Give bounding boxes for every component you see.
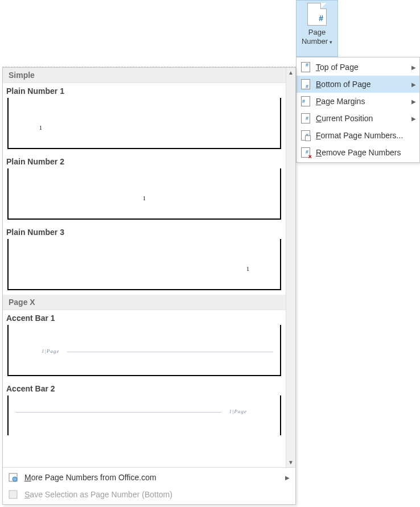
menu-item-remove-page-numbers[interactable]: # Remove Page Numbers [297, 144, 419, 161]
save-selection-icon [7, 489, 19, 500]
save-selection-item: Save Selection as Page Number (Bottom) [3, 486, 295, 503]
gallery-item-title: Accent Bar 2 [3, 381, 286, 395]
gallery-category-header: Simple [3, 68, 286, 83]
chevron-right-icon: ▶ [411, 98, 416, 105]
remove-page-numbers-icon: # [300, 147, 311, 158]
page-number-label-line1: Page [308, 28, 326, 37]
page-margins-icon: # [300, 96, 311, 107]
chevron-down-icon: ▾ [330, 39, 332, 45]
office-icon [7, 472, 19, 483]
gallery-category-header: Page X [3, 295, 286, 310]
page-top-icon: # [300, 61, 311, 73]
hash-icon: # [319, 14, 323, 23]
gallery-item-title: Plain Number 1 [3, 83, 286, 98]
page-number-label-line2: Number▾ [302, 37, 332, 47]
gallery-item-title: Accent Bar 1 [3, 310, 286, 325]
accent-bar [67, 352, 273, 352]
scroll-up-button[interactable]: ▲ [286, 68, 295, 77]
menu-item-label: Format Page Numbers... [316, 131, 416, 140]
chevron-right-icon: ▶ [285, 475, 290, 481]
gallery-item-preview-plain-2[interactable]: 1 [7, 168, 281, 220]
chevron-right-icon: ▶ [411, 81, 416, 88]
page-bottom-icon: # [300, 79, 311, 90]
save-selection-label: Save Selection as Page Number (Bottom) [24, 490, 172, 499]
menu-item-label: Remove Page Numbers [316, 148, 416, 157]
menu-item-format-page-numbers[interactable]: # Format Page Numbers... [297, 127, 419, 144]
page-number-sample: 1 [246, 266, 249, 272]
menu-item-label: Bottom of Page [316, 80, 409, 89]
gallery-footer: More Page Numbers from Office.com ▶ Save… [3, 467, 295, 504]
gallery-item-preview-plain-3[interactable]: 1 [7, 239, 281, 290]
menu-item-label: Current Position [316, 114, 409, 123]
page-number-icon: # [307, 3, 327, 26]
menu-item-top-of-page[interactable]: # Top of Page ▶ [297, 59, 419, 76]
page-number-sample: 1 [39, 125, 42, 131]
svg-rect-2 [9, 490, 17, 498]
chevron-right-icon: ▶ [411, 64, 416, 71]
page-number-ribbon-button[interactable]: # Page Number▾ [296, 0, 338, 57]
more-page-numbers-item[interactable]: More Page Numbers from Office.com ▶ [3, 469, 295, 486]
accent-bar [15, 412, 221, 413]
format-page-numbers-icon: # [300, 130, 311, 141]
gallery-item-title: Plain Number 3 [3, 224, 286, 239]
page-number-sample: 1|Page [229, 409, 247, 414]
menu-item-current-position[interactable]: # Current Position ▶ [297, 110, 419, 127]
gallery-scrollbar[interactable]: ▲ ▼ [286, 68, 295, 467]
svg-point-1 [13, 477, 17, 481]
page-number-gallery: Simple Plain Number 1 1 Plain Number 2 1… [2, 67, 296, 505]
menu-item-label: Top of Page [316, 63, 409, 72]
more-page-numbers-label: More Page Numbers from Office.com [24, 473, 157, 482]
gallery-body: Simple Plain Number 1 1 Plain Number 2 1… [3, 68, 295, 467]
menu-item-bottom-of-page[interactable]: # Bottom of Page ▶ [297, 76, 419, 93]
page-number-sample: 1|Page [42, 348, 59, 354]
gallery-item-preview-plain-1[interactable]: 1 [7, 98, 281, 149]
chevron-right-icon: ▶ [411, 116, 416, 122]
page-number-sample: 1 [143, 195, 146, 201]
gallery-item-preview-accent-1[interactable]: 1|Page [7, 325, 281, 376]
gallery-item-title: Plain Number 2 [3, 154, 286, 168]
menu-item-label: Page Margins [316, 97, 409, 106]
gallery-list: Simple Plain Number 1 1 Plain Number 2 1… [3, 68, 286, 467]
gallery-item-preview-accent-2[interactable]: 1|Page [7, 395, 281, 435]
page-number-menu: # Top of Page ▶ # Bottom of Page ▶ # Pag… [296, 57, 420, 163]
scroll-down-button[interactable]: ▼ [286, 457, 295, 467]
page-current-icon: # [300, 113, 311, 124]
menu-item-page-margins[interactable]: # Page Margins ▶ [297, 93, 419, 110]
